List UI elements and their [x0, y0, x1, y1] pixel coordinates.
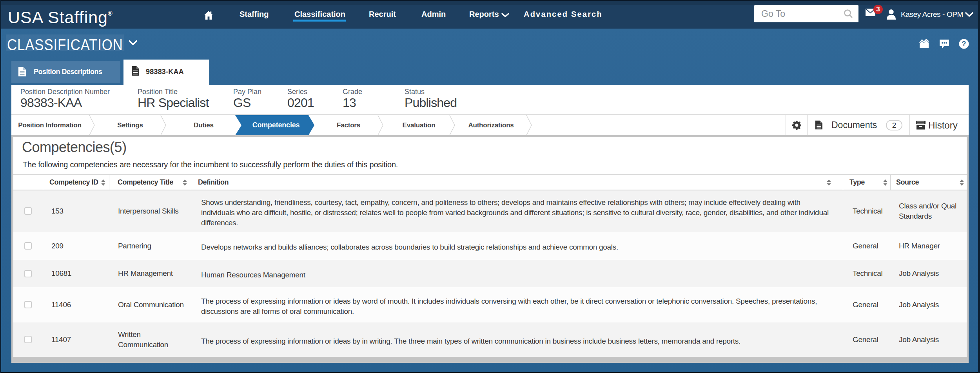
svg-text:?: ?: [962, 40, 966, 48]
